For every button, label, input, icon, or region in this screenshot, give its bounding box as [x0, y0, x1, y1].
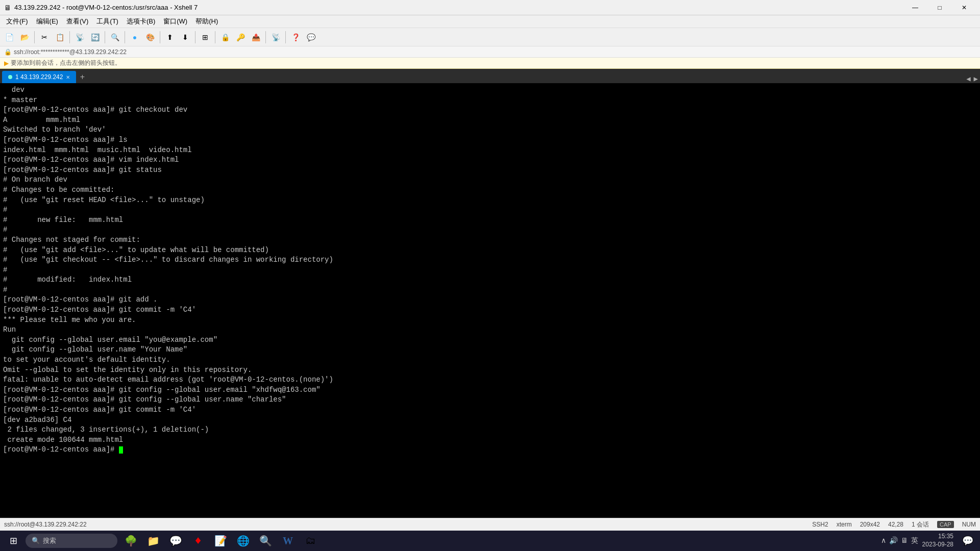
toolbar-transfer[interactable]: 🔄	[88, 30, 102, 44]
terminal-line: Run	[3, 325, 977, 335]
toolbar-open[interactable]: 📂	[17, 30, 32, 44]
toolbar-layout[interactable]: ⊞	[198, 30, 212, 44]
search-label: 搜索	[43, 536, 56, 545]
tray-display-icon[interactable]: 🖥	[901, 536, 908, 545]
terminal-line: #	[3, 265, 977, 276]
toolbar-color[interactable]: ●	[128, 30, 142, 44]
menu-tools[interactable]: 工具(T)	[92, 16, 122, 27]
terminal[interactable]: dev* master[root@VM-0-12-centos aaa]# gi…	[0, 83, 980, 518]
status-session-path: ssh://root@43.139.229.242:22	[4, 521, 87, 528]
maximize-button[interactable]: □	[928, 0, 951, 15]
title-bar: 🖥 43.139.229.242 - root@VM-0-12-centos:/…	[0, 0, 980, 15]
terminal-line: #	[3, 225, 977, 235]
tab-label: 1 43.139.229.242	[15, 73, 63, 81]
search-icon: 🔍	[32, 537, 40, 545]
tab-session[interactable]: 1 43.139.229.242 ✕	[2, 71, 76, 83]
toolbar-theme[interactable]: 🎨	[143, 30, 157, 44]
taskbar-app-notepad[interactable]: 📝	[210, 531, 231, 551]
menu-tabs[interactable]: 选项卡(B)	[122, 16, 159, 27]
taskbar-search[interactable]: 🔍 搜索	[26, 534, 117, 548]
session-text: ssh://root:************@43.139.229.242:2…	[14, 48, 127, 56]
terminal-line: git config --global user.email "you@exam…	[3, 335, 977, 345]
terminal-line: [root@VM-0-12-centos aaa]# git config --…	[3, 395, 977, 405]
menu-file[interactable]: 文件(F)	[2, 16, 32, 27]
toolbar-upload[interactable]: ⬆	[163, 30, 177, 44]
tray-speaker-icon[interactable]: 🔊	[889, 536, 898, 545]
terminal-line: # (use "git add <file>..." to update wha…	[3, 245, 977, 256]
tab-nav-left[interactable]: ◀	[966, 74, 970, 83]
terminal-line: [root@VM-0-12-centos aaa]# git status	[3, 165, 977, 176]
toolbar-share[interactable]: 📡	[268, 30, 283, 44]
status-ssh: SSH2	[812, 521, 828, 528]
status-bar: ssh://root@43.139.229.242:22 SSH2 xterm …	[0, 518, 980, 531]
tab-add-button[interactable]: +	[76, 71, 88, 83]
toolbar-sep-2	[69, 31, 70, 43]
tray-expand-icon[interactable]: ∧	[881, 536, 886, 545]
terminal-line: [root@VM-0-12-centos aaa]# ls	[3, 135, 977, 145]
terminal-line: A mmm.html	[3, 115, 977, 126]
minimize-button[interactable]: —	[903, 0, 927, 15]
terminal-line: Omit --global to set the identity only i…	[3, 365, 977, 375]
toolbar-sep-1	[34, 31, 35, 43]
taskbar-app-word[interactable]: W	[278, 531, 298, 551]
taskbar-app-files[interactable]: 📁	[143, 531, 163, 551]
toolbar-search[interactable]: 🔍	[108, 30, 122, 44]
toolbar-sep-8	[265, 31, 266, 43]
terminal-line: [root@VM-0-12-centos aaa]# git add .	[3, 295, 977, 305]
toolbar-transfer2[interactable]: 📤	[249, 30, 263, 44]
clock-time: 15:35	[922, 533, 953, 541]
start-button[interactable]: ⊞	[2, 531, 24, 551]
menu-bar: 文件(F) 编辑(E) 查看(V) 工具(T) 选项卡(B) 窗口(W) 帮助(…	[0, 15, 980, 28]
taskbar-app-scenery[interactable]: 🌳	[120, 531, 141, 551]
terminal-line: 2 files changed, 3 insertions(+), 1 dele…	[3, 425, 977, 435]
taskbar-chat-button[interactable]: 💬	[958, 531, 978, 551]
toolbar-chat[interactable]: 💬	[304, 30, 318, 44]
status-num: NUM	[962, 521, 976, 528]
toolbar-sep-5	[160, 31, 160, 43]
taskbar-app-edge[interactable]: 🌐	[233, 531, 253, 551]
toolbar-sep-7	[215, 31, 215, 43]
taskbar-app-wechat[interactable]: 💬	[165, 531, 186, 551]
tab-nav-right[interactable]: ▶	[974, 74, 978, 83]
terminal-line: create mode 100644 mmm.html	[3, 435, 977, 445]
toolbar-copy[interactable]: 📋	[53, 30, 67, 44]
terminal-line: # (use "git reset HEAD <file>..." to uns…	[3, 195, 977, 206]
notif-bar: ▶ 要添加到前会话，点击左侧的箭头按钮。	[0, 58, 980, 69]
status-cursor: 42,28	[888, 521, 903, 528]
sys-tray-icons: ∧ 🔊 🖥 英	[881, 536, 918, 545]
status-term: xterm	[837, 521, 852, 528]
terminal-line: [dev a2bad36] C4	[3, 415, 977, 425]
status-size: 209x42	[860, 521, 880, 528]
toolbar-lock[interactable]: 🔒	[218, 30, 232, 44]
terminal-line: [root@VM-0-12-centos aaa]#	[3, 445, 977, 455]
menu-edit[interactable]: 编辑(E)	[32, 16, 62, 27]
toolbar-sep-6	[195, 31, 195, 43]
terminal-line: # Changes to be committed:	[3, 185, 977, 195]
taskbar-app-search[interactable]: 🔍	[255, 531, 276, 551]
toolbar-cut[interactable]: ✂	[37, 30, 52, 44]
terminal-line: dev	[3, 85, 977, 95]
taskbar: ⊞ 🔍 搜索 🌳 📁 💬 ♦ 📝 🌐 🔍 W 🗂 ∧ 🔊 🖥 英 15:35 2…	[0, 531, 980, 551]
taskbar-clock[interactable]: 15:35 2023-09-28	[922, 533, 953, 548]
status-cap: CAP	[937, 521, 954, 528]
menu-view[interactable]: 查看(V)	[62, 16, 92, 27]
arrow-icon: ▶	[4, 60, 9, 67]
tab-status-dot	[8, 75, 12, 79]
terminal-line: [root@VM-0-12-centos aaa]# git commit -m…	[3, 405, 977, 415]
tab-close-icon[interactable]: ✕	[66, 74, 70, 80]
toolbar-help[interactable]: ❓	[288, 30, 303, 44]
taskbar-app-manager[interactable]: 🗂	[300, 531, 321, 551]
terminal-line: # new file: mmm.html	[3, 215, 977, 226]
toolbar-connect[interactable]: 📡	[72, 30, 87, 44]
taskbar-right: ∧ 🔊 🖥 英 15:35 2023-09-28 💬	[881, 531, 978, 551]
toolbar-sep-9	[285, 31, 286, 43]
toolbar-new[interactable]: 📄	[2, 30, 16, 44]
menu-window[interactable]: 窗口(W)	[159, 16, 191, 27]
toolbar-download[interactable]: ⬇	[178, 30, 192, 44]
status-sessions: 1 会话	[912, 520, 929, 529]
tray-lang-icon[interactable]: 英	[911, 536, 918, 545]
close-button[interactable]: ✕	[952, 0, 976, 15]
menu-help[interactable]: 帮助(H)	[191, 16, 222, 27]
taskbar-app-game[interactable]: ♦	[188, 531, 208, 551]
toolbar-key[interactable]: 🔑	[233, 30, 248, 44]
